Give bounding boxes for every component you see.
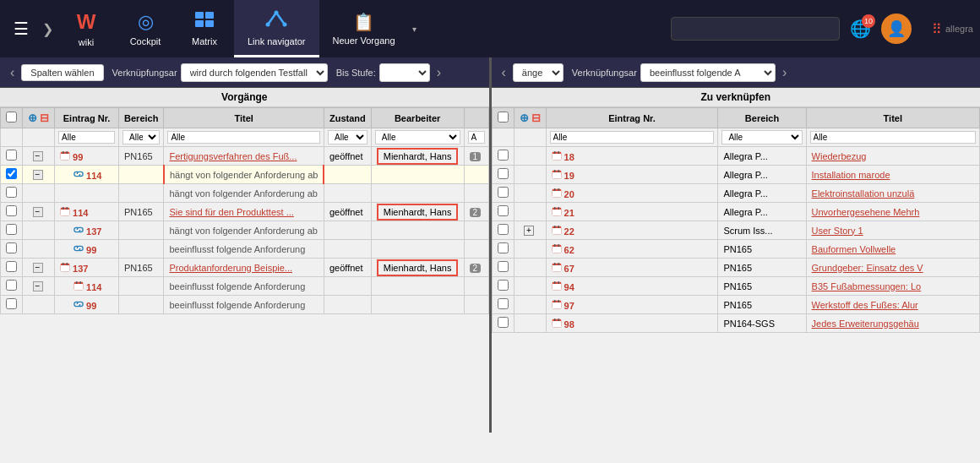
- right-row-checkbox[interactable]: [498, 280, 509, 291]
- left-nav-next[interactable]: ›: [433, 65, 444, 80]
- right-nav-prev[interactable]: ‹: [498, 65, 509, 80]
- left-nav-prev[interactable]: ‹: [7, 65, 18, 80]
- right-row-title-link[interactable]: Unvorhergesehene Mehrh: [812, 207, 920, 217]
- right-minus-icon[interactable]: ⊟: [531, 112, 541, 124]
- right-row-checkbox[interactable]: [498, 168, 509, 179]
- expand-button[interactable]: −: [33, 207, 43, 217]
- select-all-checkbox[interactable]: [6, 112, 17, 123]
- expand-button[interactable]: −: [33, 170, 43, 180]
- row-checkbox[interactable]: [6, 150, 17, 161]
- right-row-checkbox[interactable]: [498, 317, 509, 328]
- right-row-id[interactable]: 98: [564, 319, 574, 330]
- right-row-checkbox[interactable]: [498, 150, 509, 161]
- right-filter-bereich-select[interactable]: Alle: [721, 130, 802, 144]
- row-id[interactable]: 114: [86, 171, 101, 181]
- right-nav-next[interactable]: ›: [779, 65, 790, 80]
- row-type-icon: [74, 282, 84, 292]
- nav-back-arrow[interactable]: ❯: [42, 21, 53, 37]
- laenge-select[interactable]: änge: [513, 63, 564, 82]
- row-title-link[interactable]: Fertigungsverfahren des Fuß...: [169, 151, 297, 161]
- add-icon[interactable]: ⊕: [28, 112, 37, 124]
- row-expand-cell: [23, 296, 55, 314]
- right-row-title-link[interactable]: Installation marode: [812, 170, 890, 180]
- verknuepfungsart-select[interactable]: wird durch folgenden Testfall: [181, 63, 328, 82]
- right-row-id[interactable]: 19: [564, 171, 574, 181]
- svg-rect-40: [553, 228, 561, 234]
- filter-titel-input[interactable]: [167, 131, 320, 144]
- right-row-checkbox[interactable]: [498, 242, 509, 253]
- count-badge: 2: [470, 264, 482, 273]
- filter-zustand-select[interactable]: Alle: [328, 130, 368, 144]
- row-checkbox[interactable]: [6, 280, 17, 291]
- right-row-id[interactable]: 20: [564, 189, 574, 199]
- filter-bereich-select[interactable]: Alle: [122, 130, 160, 144]
- row-id[interactable]: 99: [86, 245, 96, 255]
- right-row-checkbox[interactable]: [498, 205, 509, 216]
- row-checkbox[interactable]: [6, 298, 17, 309]
- row-checkbox[interactable]: [6, 187, 17, 198]
- right-row-title-link[interactable]: Werkstoff des Fußes: Alur: [812, 300, 918, 310]
- row-id[interactable]: 99: [73, 152, 83, 162]
- nav-item-link-navigator[interactable]: Link navigator: [234, 0, 319, 57]
- spalten-wahlen-button[interactable]: Spalten wählen: [21, 64, 103, 81]
- right-row-type-icon: [552, 301, 562, 311]
- expand-button[interactable]: −: [33, 263, 43, 273]
- right-filter-entry-input[interactable]: [550, 131, 715, 144]
- right-row-title-link[interactable]: Bauformen Vollwelle: [812, 244, 896, 254]
- row-extra-cell: 1: [464, 147, 488, 166]
- filter-titel: [164, 128, 324, 147]
- row-checkbox[interactable]: [6, 168, 17, 179]
- right-row-id[interactable]: 62: [564, 245, 574, 255]
- row-checkbox[interactable]: [6, 261, 17, 272]
- avatar-button[interactable]: 👤: [881, 14, 912, 44]
- row-title-link[interactable]: Produktanforderung Beispie...: [169, 263, 292, 273]
- right-row-id[interactable]: 22: [564, 226, 574, 237]
- row-checkbox[interactable]: [6, 205, 17, 216]
- filter-extra-input[interactable]: [468, 131, 485, 144]
- right-row-id[interactable]: 21: [564, 208, 574, 218]
- right-row-id[interactable]: 97: [564, 301, 574, 311]
- right-row-title-link[interactable]: Wiederbezug: [812, 151, 867, 161]
- right-row-checkbox[interactable]: [498, 298, 509, 309]
- row-title-link[interactable]: Sie sind für den Produkttest ...: [169, 207, 293, 217]
- right-verknuepfungsart-select[interactable]: beeinflusst folgende A: [640, 63, 776, 82]
- row-id[interactable]: 114: [86, 282, 101, 292]
- nav-item-cockpit[interactable]: ◎ Cockpit: [116, 0, 175, 57]
- nav-search-input[interactable]: [671, 17, 840, 41]
- row-checkbox[interactable]: [6, 242, 17, 253]
- nav-item-wiki[interactable]: W wiki: [57, 0, 116, 57]
- right-row-id[interactable]: 94: [564, 282, 574, 292]
- right-row-title-link[interactable]: User Story 1: [812, 226, 863, 236]
- right-add-icon[interactable]: ⊕: [520, 112, 529, 124]
- right-row-title-link[interactable]: Jedes Erweiterungsgehäu: [812, 319, 919, 329]
- expand-button[interactable]: −: [33, 151, 43, 161]
- right-row-checkbox[interactable]: [498, 224, 509, 235]
- notifications-button[interactable]: 🌐 10: [850, 19, 871, 39]
- row-checkbox[interactable]: [6, 224, 17, 235]
- row-id[interactable]: 137: [86, 226, 101, 237]
- nav-item-neuer-vorgang[interactable]: 📋 Neuer Vorgang: [319, 0, 409, 57]
- bis-stufe-select[interactable]: [379, 63, 430, 82]
- filter-entry-input[interactable]: [58, 131, 115, 144]
- right-row-checkbox[interactable]: [498, 261, 509, 272]
- nav-item-matrix[interactable]: Matrix: [175, 0, 234, 57]
- right-expand-button[interactable]: +: [524, 226, 534, 236]
- row-id[interactable]: 99: [86, 301, 96, 311]
- right-row-area-cell: Scrum Iss...: [718, 221, 806, 240]
- right-row-id[interactable]: 67: [564, 264, 574, 274]
- right-row-title-link[interactable]: Grundgeber: Einsatz des V: [812, 263, 923, 273]
- right-select-all-checkbox[interactable]: [498, 112, 509, 123]
- hamburger-menu[interactable]: ☰: [7, 15, 35, 42]
- minus-icon[interactable]: ⊟: [40, 112, 49, 124]
- row-id[interactable]: 137: [73, 264, 88, 274]
- right-filter-titel-input[interactable]: [810, 131, 976, 144]
- row-id[interactable]: 114: [73, 208, 88, 218]
- right-row-title-link[interactable]: B35 Fußabmessungen: Lo: [812, 281, 922, 291]
- right-row-title-link[interactable]: Elektroinstallation unzulä: [812, 188, 915, 199]
- nav-right-actions: 🌐 10 👤 ⠿ allegra: [850, 14, 973, 44]
- nav-more-arrow[interactable]: ▾: [412, 25, 416, 34]
- expand-button[interactable]: −: [33, 281, 43, 291]
- right-row-checkbox[interactable]: [498, 187, 509, 198]
- right-row-id[interactable]: 18: [564, 152, 574, 162]
- filter-bearbeiter-select[interactable]: Alle: [375, 130, 460, 144]
